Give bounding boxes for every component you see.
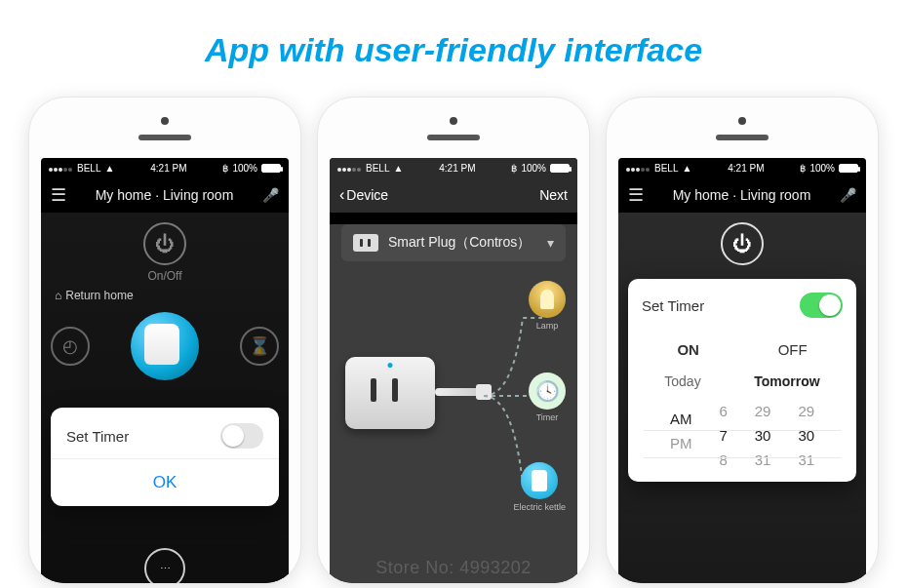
- timer-label: Timer: [536, 412, 559, 422]
- wifi-icon: ▲: [393, 163, 403, 174]
- nav-title: My home · Living room: [96, 187, 234, 203]
- more-icon: ⋯: [144, 548, 185, 583]
- bluetooth-icon: ฿: [222, 163, 228, 174]
- battery-pct: 100%: [809, 163, 835, 174]
- carrier-label: BELL: [366, 163, 389, 174]
- carrier-label: BELL: [654, 163, 678, 174]
- signal-dots-icon: [49, 163, 73, 174]
- kettle-label: Electric kettle: [513, 502, 566, 512]
- cable-illustration: [435, 388, 480, 396]
- nav-bar: ☰ My home · Living room 🎤: [41, 177, 289, 213]
- battery-icon: [550, 164, 570, 173]
- back-button[interactable]: ‹Device: [339, 186, 388, 204]
- popup-title: Set Timer: [66, 428, 129, 445]
- device-lamp[interactable]: Lamp: [529, 281, 566, 331]
- time-picker[interactable]: AM PM 6 7 8 29 30 31: [628, 397, 856, 482]
- menu-icon[interactable]: ☰: [628, 184, 644, 206]
- tab-today[interactable]: Today: [664, 373, 700, 389]
- status-time: 4:21 PM: [728, 163, 764, 174]
- status-time: 4:21 PM: [439, 163, 475, 174]
- device-timer[interactable]: 🕓 Timer: [529, 372, 566, 422]
- signal-dots-icon: [626, 163, 651, 174]
- timer-toggle[interactable]: [220, 423, 263, 449]
- status-bar: BELL ▲ 4:21 PM ฿ 100%: [41, 158, 289, 177]
- nav-bar: ☰ My home · Living room 🎤: [618, 177, 866, 213]
- return-home-button[interactable]: ⌂ Return home: [55, 289, 134, 302]
- status-time: 4:21 PM: [150, 163, 186, 174]
- picker-min2[interactable]: 29 30 31: [798, 403, 814, 468]
- wifi-icon: ▲: [682, 163, 691, 174]
- battery-icon: [261, 164, 281, 173]
- nav-title: My home · Living room: [673, 187, 811, 203]
- chevron-left-icon: ‹: [339, 186, 344, 203]
- status-bar: BELL ▲ 4:21 PM ฿ 100%: [618, 158, 866, 177]
- battery-icon: [839, 164, 858, 173]
- nav-bar: ‹Device Next: [330, 177, 577, 213]
- phone-2: BELL ▲ 4:21 PM ฿ 100% ‹Device Next Smart: [317, 97, 590, 584]
- tab-on[interactable]: ON: [659, 335, 717, 364]
- picker-min1[interactable]: 29 30 31: [755, 403, 771, 468]
- phones-row: BELL ▲ 4:21 PM ฿ 100% ☰ My home · Living…: [0, 97, 907, 584]
- lamp-icon: [529, 281, 566, 318]
- carrier-label: BELL: [77, 163, 100, 174]
- mic-icon[interactable]: 🎤: [840, 187, 856, 203]
- more-button[interactable]: ⋯ More: [144, 548, 185, 583]
- device-name: Smart Plug（Contros）: [388, 234, 531, 252]
- lamp-label: Lamp: [536, 321, 559, 331]
- device-kettle[interactable]: Electric kettle: [513, 462, 566, 512]
- timer-card-title: Set Timer: [642, 297, 704, 314]
- status-bar: BELL ▲ 4:21 PM ฿ 100%: [330, 158, 577, 177]
- device-row[interactable]: Smart Plug（Contros） ▾: [341, 224, 566, 261]
- power-button[interactable]: ⏻: [721, 222, 764, 265]
- device-diagram: Lamp 🕓 Timer Electric kettle: [337, 279, 570, 523]
- kettle-device-icon[interactable]: [131, 312, 199, 380]
- picker-hour[interactable]: 6 7 8: [719, 403, 727, 468]
- battery-pct: 100%: [521, 163, 546, 174]
- timer-toggle[interactable]: [800, 293, 843, 318]
- kettle-icon: [521, 462, 558, 499]
- home-icon: ⌂: [55, 289, 61, 302]
- tab-tomorrow[interactable]: Tomorrow: [754, 373, 819, 389]
- battery-pct: 100%: [232, 163, 257, 174]
- hub-illustration: [345, 357, 435, 429]
- tab-off[interactable]: OFF: [761, 335, 825, 364]
- chevron-down-icon: ▾: [547, 235, 554, 251]
- onoff-tabs: ON OFF: [628, 332, 856, 373]
- set-timer-popup: Set Timer OK: [51, 408, 279, 506]
- return-home-label: Return home: [65, 289, 133, 302]
- headline: App with user-friendly interface: [0, 0, 907, 69]
- mic-icon[interactable]: 🎤: [262, 187, 279, 203]
- next-button[interactable]: Next: [539, 187, 568, 203]
- bluetooth-icon: ฿: [800, 163, 806, 174]
- wifi-icon: ▲: [104, 163, 114, 174]
- watermark: Store No: 4993202: [375, 558, 532, 578]
- ok-button[interactable]: OK: [51, 459, 279, 506]
- bluetooth-icon: ฿: [511, 163, 517, 174]
- timer-icon: 🕓: [529, 372, 566, 410]
- menu-icon[interactable]: ☰: [51, 184, 66, 206]
- timer-card: Set Timer ON OFF Today Tomorrow: [628, 279, 856, 482]
- phone-1: BELL ▲ 4:21 PM ฿ 100% ☰ My home · Living…: [28, 97, 301, 584]
- day-tabs: Today Tomorrow: [628, 373, 856, 397]
- signal-dots-icon: [337, 163, 362, 174]
- phone-3: BELL ▲ 4:21 PM ฿ 100% ☰ My home · Living…: [606, 97, 879, 584]
- plug-icon: [353, 234, 378, 252]
- picker-ampm[interactable]: AM PM: [670, 403, 692, 468]
